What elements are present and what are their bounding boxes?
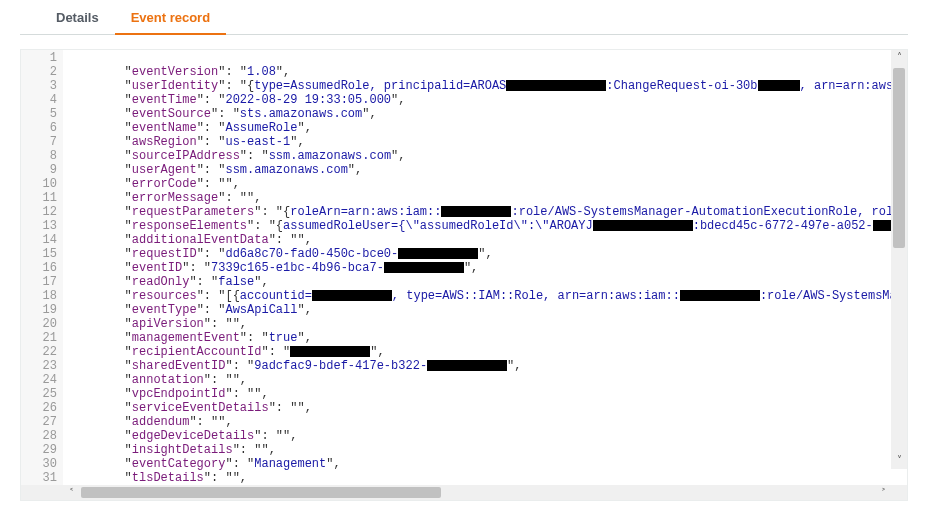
code-line: "errorCode": "", [67, 177, 907, 191]
line-number: 27 [23, 415, 57, 429]
vertical-scrollbar[interactable]: ˄ ˅ [891, 50, 907, 469]
code-line [67, 51, 907, 65]
line-number: 28 [23, 429, 57, 443]
line-number: 17 [23, 275, 57, 289]
code-line: "apiVersion": "", [67, 317, 907, 331]
code-editor[interactable]: 1234567891011121314151617181920212223242… [21, 50, 907, 485]
redaction-block [506, 80, 606, 91]
redaction-block [593, 220, 693, 231]
code-line: "eventType": "AwsApiCall", [67, 303, 907, 317]
code-line: "eventCategory": "Management", [67, 457, 907, 471]
line-number: 23 [23, 359, 57, 373]
code-line: "annotation": "", [67, 373, 907, 387]
line-number: 9 [23, 163, 57, 177]
line-number: 19 [23, 303, 57, 317]
code-line: "userAgent": "ssm.amazonaws.com", [67, 163, 907, 177]
code-viewer: 1234567891011121314151617181920212223242… [20, 49, 908, 501]
redaction-block [441, 206, 511, 217]
line-number: 1 [23, 51, 57, 65]
line-number: 5 [23, 107, 57, 121]
code-line: "tlsDetails": "", [67, 471, 907, 485]
redaction-block [290, 346, 370, 357]
code-line: "edgeDeviceDetails": "", [67, 429, 907, 443]
line-number: 30 [23, 457, 57, 471]
code-line: "eventID": "7339c165-e1bc-4b96-bca7-", [67, 261, 907, 275]
code-line: "awsRegion": "us-east-1", [67, 135, 907, 149]
line-number: 16 [23, 261, 57, 275]
line-number: 2 [23, 65, 57, 79]
code-line: "sourceIPAddress": "ssm.amazonaws.com", [67, 149, 907, 163]
tab-bar: Details Event record [20, 0, 908, 35]
page-root: Details Event record 1234567891011121314… [0, 0, 928, 522]
code-line: "resources": "[{accountid=, type=AWS::IA… [67, 289, 907, 303]
line-number: 20 [23, 317, 57, 331]
code-line: "eventName": "AssumeRole", [67, 121, 907, 135]
code-line: "serviceEventDetails": "", [67, 401, 907, 415]
code-line: "vpcEndpointId": "", [67, 387, 907, 401]
code-content[interactable]: "eventVersion": "1.08", "userIdentity": … [63, 50, 907, 485]
code-line: "managementEvent": "true", [67, 331, 907, 345]
code-line: "requestID": "dd6a8c70-fad0-450c-bce0-", [67, 247, 907, 261]
line-number: 11 [23, 191, 57, 205]
tab-details[interactable]: Details [40, 0, 115, 35]
line-number: 26 [23, 401, 57, 415]
code-line: "sharedEventID": "9adcfac9-bdef-417e-b32… [67, 359, 907, 373]
line-number: 3 [23, 79, 57, 93]
line-number: 15 [23, 247, 57, 261]
redaction-block [384, 262, 464, 273]
vertical-scroll-thumb[interactable] [893, 68, 905, 248]
line-number: 21 [23, 331, 57, 345]
code-line: "readOnly": "false", [67, 275, 907, 289]
code-line: "recipientAccountId": "", [67, 345, 907, 359]
scroll-down-arrow-icon[interactable]: ˅ [891, 453, 907, 469]
redaction-block [680, 290, 760, 301]
horizontal-scrollbar[interactable]: ˂ ˃ [21, 485, 907, 500]
scroll-up-arrow-icon[interactable]: ˄ [891, 50, 907, 66]
code-line: "eventTime": "2022-08-29 19:33:05.000", [67, 93, 907, 107]
code-line: "additionalEventData": "", [67, 233, 907, 247]
scroll-right-arrow-icon[interactable]: ˃ [875, 485, 891, 500]
code-line: "userIdentity": "{type=AssumedRole, prin… [67, 79, 907, 93]
line-number: 22 [23, 345, 57, 359]
code-line: "requestParameters": "{roleArn=arn:aws:i… [67, 205, 907, 219]
line-number: 24 [23, 373, 57, 387]
code-line: "insightDetails": "", [67, 443, 907, 457]
line-number: 7 [23, 135, 57, 149]
line-number: 13 [23, 219, 57, 233]
code-line: "eventSource": "sts.amazonaws.com", [67, 107, 907, 121]
line-number: 18 [23, 289, 57, 303]
redaction-block [758, 80, 800, 91]
line-number: 8 [23, 149, 57, 163]
code-line: "addendum": "", [67, 415, 907, 429]
code-line: "eventVersion": "1.08", [67, 65, 907, 79]
line-number: 14 [23, 233, 57, 247]
code-line: "responseElements": "{assumedRoleUser={\… [67, 219, 907, 233]
line-number: 10 [23, 177, 57, 191]
line-number: 25 [23, 387, 57, 401]
redaction-block [312, 290, 392, 301]
horizontal-scroll-thumb[interactable] [81, 487, 441, 498]
line-number: 12 [23, 205, 57, 219]
code-line: "errorMessage": "", [67, 191, 907, 205]
line-number: 29 [23, 443, 57, 457]
redaction-block [398, 248, 478, 259]
line-number: 6 [23, 121, 57, 135]
redaction-block [427, 360, 507, 371]
tab-event-record[interactable]: Event record [115, 0, 226, 35]
line-number-gutter: 1234567891011121314151617181920212223242… [21, 50, 63, 485]
line-number: 31 [23, 471, 57, 485]
line-number: 4 [23, 93, 57, 107]
scroll-left-arrow-icon[interactable]: ˂ [63, 485, 79, 500]
